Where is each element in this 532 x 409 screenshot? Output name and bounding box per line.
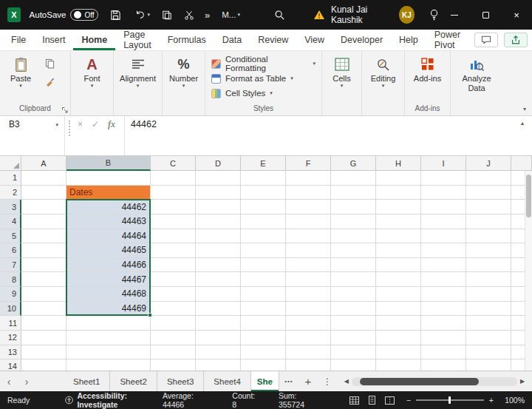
account-warning-button[interactable] xyxy=(313,10,325,20)
sheet-menu-button[interactable]: ⋮ xyxy=(318,371,337,391)
save-button[interactable] xyxy=(110,10,121,21)
cell-I13[interactable] xyxy=(421,345,466,360)
cell-A5[interactable] xyxy=(21,229,66,244)
cell-G9[interactable] xyxy=(331,287,376,302)
enter-button[interactable]: ✓ xyxy=(92,119,99,129)
share-button[interactable] xyxy=(504,33,528,47)
cell-H2[interactable] xyxy=(376,186,421,200)
cell-J10[interactable] xyxy=(466,302,511,317)
row-header-4[interactable]: 4 xyxy=(0,214,21,229)
cell-H3[interactable] xyxy=(376,200,421,214)
tab-view[interactable]: View xyxy=(296,30,332,50)
cell-B9[interactable]: 44468 xyxy=(66,287,151,302)
cell-F12[interactable] xyxy=(286,331,331,345)
number-button[interactable]: % Number ▾ xyxy=(166,55,202,88)
cell-C6[interactable] xyxy=(151,243,196,258)
column-header-i[interactable]: I xyxy=(421,156,466,171)
cell-H10[interactable] xyxy=(376,302,421,317)
cell-G13[interactable] xyxy=(331,345,376,360)
new-sheet-button[interactable]: + xyxy=(299,371,318,391)
row-header-9[interactable]: 9 xyxy=(0,287,21,302)
autosave-control[interactable]: AutoSave Off xyxy=(30,9,99,21)
cell-H1[interactable] xyxy=(376,171,421,186)
cell-H5[interactable] xyxy=(376,229,421,244)
cell-E2[interactable] xyxy=(241,186,286,200)
cell-F5[interactable] xyxy=(286,229,331,244)
autosave-toggle[interactable]: Off xyxy=(70,9,98,21)
cell-E4[interactable] xyxy=(241,214,286,229)
cell-I8[interactable] xyxy=(421,272,466,287)
cell-G3[interactable] xyxy=(331,200,376,214)
cell-A6[interactable] xyxy=(21,243,66,258)
cell-D9[interactable] xyxy=(196,287,241,302)
cell-J7[interactable] xyxy=(466,258,511,273)
column-header-c[interactable]: C xyxy=(151,156,196,171)
cell-C10[interactable] xyxy=(151,302,196,317)
cell-J11[interactable] xyxy=(466,316,511,331)
cell-C9[interactable] xyxy=(151,287,196,302)
avatar[interactable]: KJ xyxy=(399,6,415,24)
tab-data[interactable]: Data xyxy=(214,30,250,50)
cell-E13[interactable] xyxy=(241,345,286,360)
row-header-12[interactable]: 12 xyxy=(0,331,21,345)
maximize-button[interactable] xyxy=(470,0,501,30)
cells-button[interactable]: Cells ▾ xyxy=(325,55,358,88)
cell-D6[interactable] xyxy=(196,243,241,258)
format-painter-button[interactable] xyxy=(43,75,56,87)
cell-I14[interactable] xyxy=(421,359,466,371)
cell-F4[interactable] xyxy=(286,214,331,229)
undo-button[interactable]: ▾ xyxy=(134,10,150,20)
cell-E8[interactable] xyxy=(241,272,286,287)
cut-button[interactable] xyxy=(184,10,194,21)
addins-button[interactable]: Add-ins xyxy=(410,55,446,83)
cell-F8[interactable] xyxy=(286,272,331,287)
row-header-5[interactable]: 5 xyxy=(0,229,21,244)
horizontal-scrollbar-track[interactable] xyxy=(352,377,517,386)
normal-view-icon[interactable] xyxy=(349,396,359,405)
sheet-tab-active[interactable]: She xyxy=(251,371,279,391)
column-header-d[interactable]: D xyxy=(196,156,241,171)
cell-J14[interactable] xyxy=(466,359,511,371)
cell-B3[interactable]: 44462 xyxy=(66,200,151,214)
name-box[interactable]: B3 ▾ xyxy=(0,116,65,155)
cell-H13[interactable] xyxy=(376,345,421,360)
tab-help[interactable]: Help xyxy=(391,30,426,50)
tab-formulas[interactable]: Formulas xyxy=(160,30,214,50)
cell-F1[interactable] xyxy=(286,171,331,186)
row-header-3[interactable]: 3 xyxy=(0,200,21,214)
paste-button[interactable]: Paste ▾ xyxy=(3,55,38,88)
accessibility-status[interactable]: Accessibility: Investigate xyxy=(65,391,163,409)
cell-F3[interactable] xyxy=(286,200,331,214)
cell-B1[interactable] xyxy=(66,171,151,186)
cell-A3[interactable] xyxy=(21,200,66,214)
cell-D5[interactable] xyxy=(196,229,241,244)
cell-F7[interactable] xyxy=(286,258,331,273)
sheet-tab-sheet1[interactable]: Sheet1 xyxy=(64,371,110,391)
sheet-tab-sheet2[interactable]: Sheet2 xyxy=(110,371,157,391)
cell-J5[interactable] xyxy=(466,229,511,244)
cell-D4[interactable] xyxy=(196,214,241,229)
cell-G8[interactable] xyxy=(331,272,376,287)
scroll-left-icon[interactable]: ◀ xyxy=(341,378,352,385)
page-break-view-icon[interactable] xyxy=(385,396,395,405)
cell-F6[interactable] xyxy=(286,243,331,258)
page-layout-view-icon[interactable] xyxy=(367,396,377,405)
row-header-13[interactable]: 13 xyxy=(0,345,21,360)
alignment-button[interactable]: Alignment ▾ xyxy=(120,55,156,88)
cell-E6[interactable] xyxy=(241,243,286,258)
cell-E9[interactable] xyxy=(241,287,286,302)
prev-sheet-button[interactable]: ‹ xyxy=(0,371,18,391)
tab-power-pivot[interactable]: Power Pivot xyxy=(426,30,468,50)
cell-B6[interactable]: 44465 xyxy=(66,243,151,258)
cell-D2[interactable] xyxy=(196,186,241,200)
column-header-e[interactable]: E xyxy=(241,156,286,171)
dialog-launcher-icon[interactable] xyxy=(61,107,68,113)
quick-access-menu[interactable]: M... ▾ xyxy=(222,10,240,19)
column-header-h[interactable]: H xyxy=(376,156,421,171)
cell-H8[interactable] xyxy=(376,272,421,287)
zoom-slider[interactable] xyxy=(416,399,484,401)
cell-H12[interactable] xyxy=(376,331,421,345)
cell-D14[interactable] xyxy=(196,359,241,371)
cell-J2[interactable] xyxy=(466,186,511,200)
row-header-7[interactable]: 7 xyxy=(0,258,21,273)
